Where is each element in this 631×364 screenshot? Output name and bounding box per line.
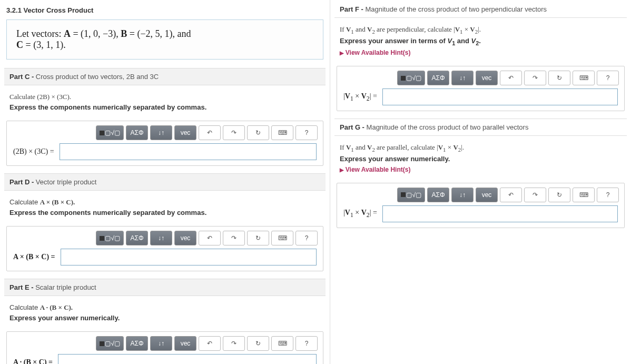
redo-button[interactable]: ↷ bbox=[223, 336, 245, 351]
reset-button[interactable]: ↻ bbox=[548, 188, 570, 202]
section-title: 3.2.1 Vector Cross Product bbox=[6, 6, 326, 14]
part-f-eq-label: |V1 × V2| = bbox=[343, 92, 377, 102]
undo-button[interactable]: ↶ bbox=[199, 336, 221, 351]
templates-button[interactable]: ▢√▢ bbox=[96, 231, 124, 245]
undo-button[interactable]: ↶ bbox=[199, 231, 221, 245]
part-f-condition: If V1 and V2 are perpendicular, calculat… bbox=[340, 25, 622, 35]
redo-button[interactable]: ↷ bbox=[223, 125, 245, 140]
vector-b-value: = (−2, 5, 1) bbox=[127, 28, 172, 39]
toolbar: ▢√▢ ΑΣΦ ↓↑ vec ↶ ↷ ↻ ⌨ ? bbox=[337, 66, 624, 88]
help-button[interactable]: ? bbox=[295, 231, 318, 245]
part-e-body: Calculate A · (B × C). Express your answ… bbox=[4, 296, 326, 327]
subsup-button[interactable]: ↓↑ bbox=[150, 125, 172, 140]
templates-button[interactable]: ▢√▢ bbox=[96, 336, 124, 351]
reset-button[interactable]: ↻ bbox=[247, 125, 269, 140]
part-f-label: Part F - bbox=[340, 5, 365, 13]
templates-button[interactable]: ▢√▢ bbox=[397, 188, 425, 202]
part-g-desc: Magnitude of the cross product of two pa… bbox=[367, 123, 529, 131]
part-e-answer-box: ▢√▢ ΑΣΦ ↓↑ vec ↶ ↷ ↻ ⌨ ? A · (B × C) = bbox=[6, 331, 323, 364]
vec-button[interactable]: vec bbox=[476, 71, 498, 85]
part-e-header: Part E - Scalar triple product bbox=[4, 279, 326, 296]
undo-button[interactable]: ↶ bbox=[500, 71, 522, 85]
part-d-calc-prefix: Calculate bbox=[9, 198, 40, 206]
part-g-label: Part G - bbox=[340, 123, 367, 131]
subsup-button[interactable]: ↓↑ bbox=[150, 231, 172, 245]
part-d-body: Calculate A × (B × C). Express the compo… bbox=[4, 191, 326, 222]
greek-button[interactable]: ΑΣΦ bbox=[126, 125, 148, 140]
part-f-body: If V1 and V2 are perpendicular, calculat… bbox=[334, 18, 627, 62]
redo-button[interactable]: ↷ bbox=[223, 231, 245, 245]
part-g-header: Part G - Magnitude of the cross product … bbox=[334, 119, 627, 136]
help-button[interactable]: ? bbox=[597, 188, 619, 202]
vec-button[interactable]: vec bbox=[174, 336, 196, 351]
part-e-calc-math: A · (B × C). bbox=[40, 303, 73, 311]
subsup-button[interactable]: ↓↑ bbox=[451, 71, 474, 85]
part-f-hints[interactable]: View Available Hint(s) bbox=[340, 49, 622, 56]
undo-button[interactable]: ↶ bbox=[199, 125, 221, 140]
part-d-answer-box: ▢√▢ ΑΣΦ ↓↑ vec ↶ ↷ ↻ ⌨ ? A × (B × C) = bbox=[6, 226, 323, 271]
keyboard-button[interactable]: ⌨ bbox=[271, 336, 293, 351]
vec-button[interactable]: vec bbox=[174, 231, 196, 245]
part-e-calc-prefix: Calculate bbox=[9, 303, 40, 311]
subsup-button[interactable]: ↓↑ bbox=[150, 336, 172, 351]
greek-button[interactable]: ΑΣΦ bbox=[126, 336, 148, 351]
vector-c-value: = (3, 1, 1). bbox=[23, 40, 66, 50]
vec-button[interactable]: vec bbox=[476, 188, 498, 202]
subsup-button[interactable]: ↓↑ bbox=[451, 188, 474, 202]
greek-button[interactable]: ΑΣΦ bbox=[126, 231, 148, 245]
keyboard-button[interactable]: ⌨ bbox=[573, 188, 595, 202]
greek-button[interactable]: ΑΣΦ bbox=[427, 188, 449, 202]
templates-button[interactable]: ▢√▢ bbox=[397, 71, 425, 85]
reset-button[interactable]: ↻ bbox=[247, 231, 269, 245]
undo-button[interactable]: ↶ bbox=[500, 188, 522, 202]
main-columns: 3.2.1 Vector Cross Product Let vectors: … bbox=[0, 0, 631, 364]
part-f-header: Part F - Magnitude of the cross product … bbox=[334, 4, 627, 18]
part-c-desc: Cross product of two vectors, 2B and 3C bbox=[36, 73, 159, 81]
part-d-input[interactable] bbox=[61, 249, 317, 265]
keyboard-button[interactable]: ⌨ bbox=[271, 231, 293, 245]
reset-button[interactable]: ↻ bbox=[548, 71, 570, 85]
part-c-calc: Calculate (2B) × (3C). bbox=[9, 93, 320, 101]
keyboard-button[interactable]: ⌨ bbox=[573, 71, 595, 85]
redo-button[interactable]: ↷ bbox=[524, 188, 546, 202]
help-button[interactable]: ? bbox=[295, 336, 318, 351]
reset-button[interactable]: ↻ bbox=[247, 336, 269, 351]
part-e-eq-label: A · (B × C) = bbox=[13, 358, 53, 364]
greek-button[interactable]: ΑΣΦ bbox=[427, 71, 449, 85]
keyboard-button[interactable]: ⌨ bbox=[271, 125, 293, 140]
part-d-desc: Vector triple product bbox=[36, 178, 97, 186]
part-c-eq-label: (2B) × (3C) = bbox=[13, 147, 54, 156]
part-g-input[interactable] bbox=[382, 205, 618, 222]
part-e-label: Part E - bbox=[9, 283, 35, 291]
part-c-body: Calculate (2B) × (3C). Express the compo… bbox=[4, 85, 326, 116]
part-d-header: Part D - Vector triple product bbox=[4, 173, 326, 191]
part-g-condition: If V1 and V2 are parallel, calculate |V1… bbox=[340, 143, 622, 153]
part-c-input[interactable] bbox=[60, 143, 317, 160]
toolbar: ▢√▢ ΑΣΦ ↓↑ vec ↶ ↷ ↻ ⌨ ? bbox=[337, 183, 624, 205]
help-button[interactable]: ? bbox=[597, 71, 619, 85]
part-f-input[interactable] bbox=[382, 88, 618, 105]
toolbar: ▢√▢ ΑΣΦ ↓↑ vec ↶ ↷ ↻ ⌨ ? bbox=[7, 227, 323, 249]
redo-button[interactable]: ↷ bbox=[524, 71, 546, 85]
vector-a-label: A bbox=[64, 28, 71, 39]
part-c-label: Part C - bbox=[9, 73, 36, 81]
part-f-instr: Express your answer in terms of V1 and V… bbox=[340, 37, 622, 46]
part-g-eq-label: |V1 × V2| = bbox=[343, 209, 377, 219]
toolbar: ▢√▢ ΑΣΦ ↓↑ vec ↶ ↷ ↻ ⌨ ? bbox=[7, 121, 323, 143]
part-g-answer-box: ▢√▢ ΑΣΦ ↓↑ vec ↶ ↷ ↻ ⌨ ? |V1 × V2| = bbox=[337, 183, 625, 228]
problem-suffix: , and bbox=[173, 28, 191, 39]
part-g-instr: Express your answer numerically. bbox=[340, 155, 622, 163]
part-c-answer-box: ▢√▢ ΑΣΦ ↓↑ vec ↶ ↷ ↻ ⌨ ? (2B) × (3C) = bbox=[6, 121, 323, 166]
toolbar: ▢√▢ ΑΣΦ ↓↑ vec ↶ ↷ ↻ ⌨ ? bbox=[7, 332, 323, 354]
help-button[interactable]: ? bbox=[295, 125, 318, 140]
part-c-header: Part C - Cross product of two vectors, 2… bbox=[4, 68, 326, 85]
vector-c-label: C bbox=[16, 40, 23, 50]
part-d-instr: Express the components numerically separ… bbox=[9, 209, 320, 217]
part-d-label: Part D - bbox=[9, 178, 36, 186]
part-e-input[interactable] bbox=[58, 354, 317, 364]
part-f-desc: Magnitude of the cross product of two pe… bbox=[365, 5, 547, 13]
part-g-hints[interactable]: View Available Hint(s) bbox=[340, 166, 622, 173]
vec-button[interactable]: vec bbox=[174, 125, 196, 140]
templates-button[interactable]: ▢√▢ bbox=[96, 125, 124, 140]
vector-a-value: = (1, 0, −3), bbox=[71, 28, 121, 39]
